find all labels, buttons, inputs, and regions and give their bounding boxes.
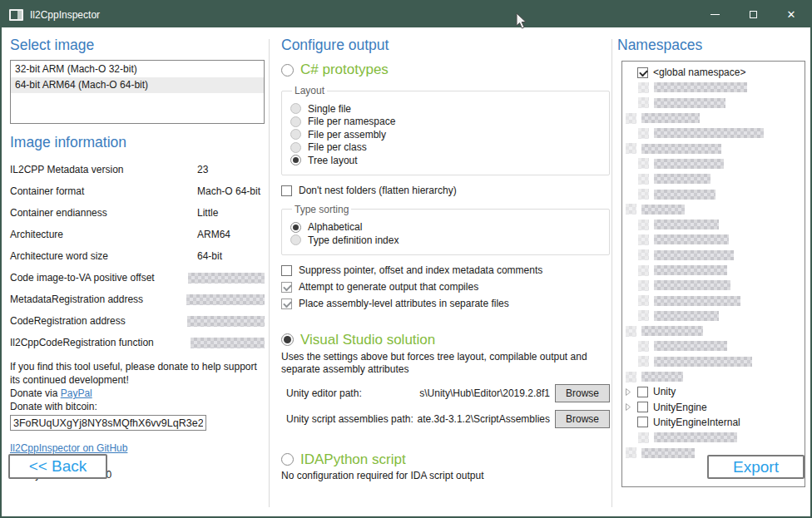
namespace-item[interactable] [622,323,805,338]
idapython-radio[interactable] [281,453,294,466]
namespace-item[interactable] [622,141,805,155]
layout-option-label: Single file [308,103,351,115]
suppress-comments-checkbox[interactable] [281,265,292,276]
type-sorting-option[interactable]: Alphabetical [290,221,601,234]
namespace-item[interactable] [622,126,805,141]
type-sorting-option-radio[interactable] [290,222,301,233]
paypal-link[interactable]: PayPal [61,387,92,399]
redacted-checkbox [638,174,649,185]
layout-option[interactable]: File per class [290,141,601,155]
redacted-namespace-text [654,250,734,260]
expander-slot [626,403,637,411]
type-sorting-options: Alphabetical Type definition index [290,221,601,247]
type-sorting-group-title: Type sorting [292,204,351,215]
expand-arrow-icon[interactable] [626,403,631,411]
expand-arrow-icon[interactable] [626,388,631,396]
script-assemblies-browse-button[interactable]: Browse [555,410,610,428]
namespace-item[interactable] [622,232,805,247]
attempt-compile-checkbox[interactable] [281,282,292,293]
redacted-namespace-text [654,174,710,184]
layout-option-radio[interactable] [290,142,301,153]
namespace-item[interactable] [622,80,805,95]
redacted-checkbox [626,326,636,337]
donate-via-line: Donate via PayPal [10,387,265,400]
visual-studio-radio[interactable] [281,333,294,346]
expander-slot [626,69,637,76]
attempt-compile-checkbox-row[interactable]: Attempt to generate output that compiles [281,281,610,294]
namespace-checkbox[interactable] [637,387,648,397]
layout-option-radio[interactable] [290,129,301,140]
namespace-item[interactable] [622,369,805,384]
namespace-item[interactable]: UnityEngineInternal [622,415,805,430]
image-list-item[interactable]: 32-bit ARM (Mach-O 32-bit) [11,62,264,77]
separate-attributes-checkbox-row[interactable]: Place assembly-level attributes in separ… [281,298,610,310]
namespace-item[interactable] [622,354,805,369]
namespace-checkbox[interactable] [637,402,648,412]
back-button[interactable]: << Back [8,454,107,479]
namespace-item[interactable]: Unity [622,384,805,399]
namespace-item[interactable]: <global namespace> [622,65,805,80]
layout-option[interactable]: File per assembly [290,128,601,141]
namespace-item[interactable] [622,217,805,232]
maximize-button[interactable] [734,2,772,27]
namespace-item[interactable] [622,293,805,308]
redacted-namespace-text [654,159,724,169]
image-list-item-label: 64-bit ARM64 (Mach-O 64-bit) [15,79,148,91]
namespace-item[interactable] [622,202,805,217]
type-sorting-option[interactable]: Type definition index [290,234,601,247]
namespace-item[interactable] [622,186,805,201]
idapython-description: No configuration required for IDA script… [281,470,610,482]
image-listbox[interactable]: 32-bit ARM (Mach-O 32-bit) 64-bit ARM64 … [10,60,265,124]
type-sorting-option-radio[interactable] [290,234,301,245]
minimize-icon [710,14,720,15]
layout-group: Layout Single file File per namespace Fi… [281,85,610,175]
namespace-item[interactable] [622,248,805,263]
minimize-button[interactable] [696,2,734,27]
namespace-checkbox[interactable] [637,417,648,427]
namespace-label: Unity [653,386,676,397]
separate-attributes-checkbox[interactable] [281,298,292,309]
bitcoin-address-input[interactable] [10,415,206,431]
layout-option[interactable]: Single file [290,102,601,116]
namespace-item[interactable] [622,338,805,353]
redacted-checkbox [638,97,649,108]
namespace-checkbox[interactable] [637,67,648,78]
namespace-item[interactable] [622,171,805,186]
close-button[interactable]: ✕ [772,2,810,27]
info-label: Code image-to-VA positive offset [10,272,188,284]
info-row: Architecture ARM64 [10,224,265,245]
info-row: CodeRegistration address [10,310,265,332]
redacted-namespace-text [641,448,695,458]
idapython-option[interactable]: IDAPython script [281,451,610,468]
layout-option[interactable]: Tree layout [290,154,601,167]
unity-editor-path-row: Unity editor path: s\Unity\Hub\Editor\20… [281,384,610,402]
github-link[interactable]: Il2CppInspector on GitHub [10,442,127,454]
dont-nest-checkbox-row[interactable]: Don't nest folders (flatten hierarchy) [281,185,610,197]
divider-left-middle [269,39,270,507]
export-button[interactable]: Export [707,455,805,479]
layout-option-radio[interactable] [290,155,301,165]
namespace-item[interactable]: UnityEngine [622,400,805,415]
dont-nest-checkbox[interactable] [281,185,292,196]
unity-editor-browse-button[interactable]: Browse [555,384,610,402]
window-title: Il2CppInspector [30,9,100,21]
namespaces-tree[interactable]: <global namespace> [621,61,805,487]
namespace-item[interactable] [622,308,805,323]
namespace-item[interactable] [622,278,805,293]
namespace-item[interactable] [622,430,805,445]
layout-option-radio[interactable] [290,116,301,127]
layout-option[interactable]: File per namespace [290,116,601,129]
suppress-comments-checkbox-row[interactable]: Suppress pointer, offset and index metad… [281,264,610,277]
namespace-item[interactable] [622,156,805,171]
redacted-checkbox [638,249,649,260]
visual-studio-option[interactable]: Visual Studio solution [281,332,610,348]
layout-option-label: File per class [308,141,367,153]
image-list-item[interactable]: 64-bit ARM64 (Mach-O 64-bit) [11,77,264,93]
namespace-item[interactable] [622,96,805,111]
csharp-prototypes-radio[interactable] [281,64,294,76]
csharp-prototypes-option[interactable]: C# prototypes [281,62,610,78]
namespace-item[interactable] [622,263,805,278]
namespace-item[interactable] [622,111,805,126]
layout-option-radio[interactable] [290,103,301,114]
configure-output-panel: Configure output C# prototypes Layout Si… [281,37,610,482]
